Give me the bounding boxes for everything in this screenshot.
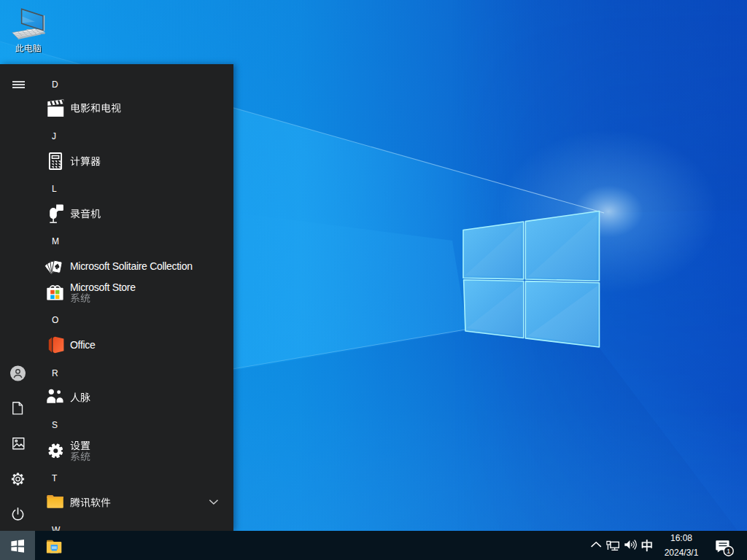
svg-text:1: 1 bbox=[727, 547, 730, 555]
